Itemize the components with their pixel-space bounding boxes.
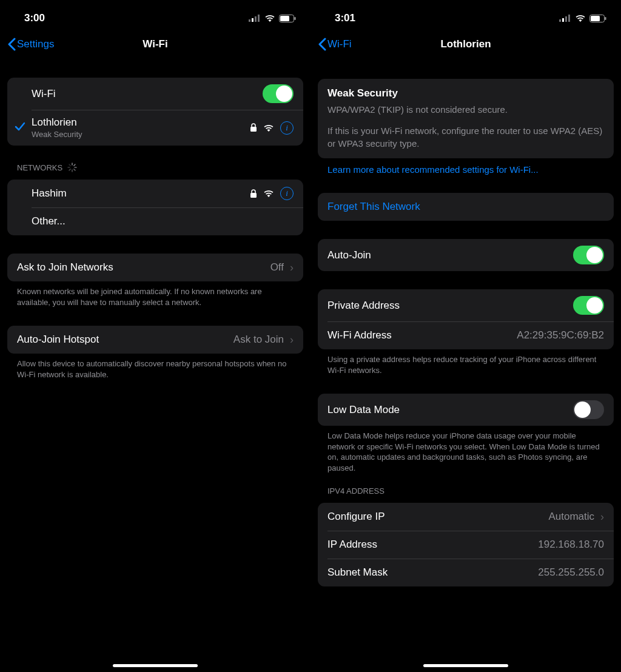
auto-join-hotspot-row[interactable]: Auto-Join Hotspot Ask to Join › bbox=[7, 326, 303, 354]
ipv4-header: IPV4 ADDRESS bbox=[318, 486, 614, 496]
chevron-right-icon: › bbox=[290, 261, 294, 274]
status-bar: 3:01 bbox=[310, 0, 621, 29]
wifi-toggle-row[interactable]: Wi-Fi bbox=[7, 78, 303, 110]
svg-rect-0 bbox=[249, 19, 250, 22]
ask-to-join-value: Off bbox=[270, 261, 284, 274]
svg-rect-23 bbox=[605, 17, 606, 20]
svg-rect-3 bbox=[258, 15, 260, 22]
battery-icon bbox=[279, 15, 296, 22]
wifi-label: Wi-Fi bbox=[32, 88, 263, 100]
status-time: 3:01 bbox=[335, 12, 355, 24]
wifi-address-row: Wi-Fi Address A2:29:35:9C:69:B2 bbox=[318, 321, 614, 349]
wifi-signal-icon bbox=[263, 190, 274, 197]
other-network-row[interactable]: Other... bbox=[7, 207, 303, 235]
wifi-icon bbox=[575, 15, 586, 22]
checkmark-icon bbox=[15, 122, 25, 134]
phone-network-details: 3:01 Wi-Fi Lothlorien Weak Security WPA/… bbox=[310, 0, 621, 672]
svg-rect-2 bbox=[255, 16, 257, 22]
back-button[interactable]: Settings bbox=[7, 38, 54, 51]
svg-rect-16 bbox=[250, 193, 257, 198]
connected-network-row[interactable]: Lothlorien Weak Security i bbox=[7, 110, 303, 146]
auto-join-hotspot-value: Ask to Join bbox=[233, 334, 284, 346]
connected-network-sub: Weak Security bbox=[32, 130, 250, 139]
lock-icon bbox=[250, 189, 257, 198]
wifi-address-value: A2:29:35:9C:69:B2 bbox=[517, 329, 604, 341]
subnet-mask-row: Subnet Mask 255.255.255.0 bbox=[318, 559, 614, 586]
svg-rect-17 bbox=[559, 19, 561, 22]
security-warning-box: Weak Security WPA/WPA2 (TKIP) is not con… bbox=[318, 79, 614, 158]
chevron-left-icon bbox=[318, 38, 326, 51]
configure-ip-row[interactable]: Configure IP Automatic › bbox=[318, 503, 614, 531]
info-icon[interactable]: i bbox=[280, 187, 294, 200]
chevron-right-icon: › bbox=[290, 334, 294, 346]
low-data-mode-footer: Low Data Mode helps reduce your iPhone d… bbox=[318, 426, 614, 473]
nav-title: Lothlorien bbox=[310, 38, 621, 50]
battery-icon bbox=[589, 15, 606, 22]
private-address-row[interactable]: Private Address bbox=[318, 289, 614, 321]
nav-bar: Wi-Fi Lothlorien bbox=[310, 29, 621, 59]
security-warning-title: Weak Security bbox=[327, 87, 604, 99]
svg-rect-7 bbox=[250, 127, 257, 132]
back-label: Settings bbox=[17, 38, 54, 50]
info-icon[interactable]: i bbox=[280, 121, 294, 135]
svg-rect-18 bbox=[562, 18, 564, 22]
home-indicator[interactable] bbox=[113, 664, 198, 667]
svg-rect-19 bbox=[565, 16, 567, 22]
forget-network-button[interactable]: Forget This Network bbox=[318, 193, 614, 221]
svg-rect-20 bbox=[568, 15, 570, 22]
wifi-toggle[interactable] bbox=[263, 84, 294, 103]
cellular-signal-icon bbox=[559, 15, 571, 22]
connected-network-name: Lothlorien bbox=[32, 116, 250, 129]
ask-to-join-row[interactable]: Ask to Join Networks Off › bbox=[7, 254, 303, 281]
auto-join-row[interactable]: Auto-Join bbox=[318, 239, 614, 271]
ask-to-join-footer: Known networks will be joined automatica… bbox=[7, 281, 303, 307]
status-bar: 3:00 bbox=[0, 0, 310, 29]
svg-rect-5 bbox=[280, 16, 289, 21]
configure-ip-value: Automatic bbox=[548, 511, 594, 523]
lock-icon bbox=[250, 123, 257, 132]
svg-line-13 bbox=[69, 169, 70, 170]
nav-bar: Settings Wi-Fi bbox=[0, 29, 310, 59]
status-time: 3:00 bbox=[24, 12, 45, 24]
chevron-right-icon: › bbox=[600, 511, 604, 523]
low-data-mode-toggle[interactable] bbox=[573, 400, 604, 419]
svg-rect-6 bbox=[295, 17, 296, 20]
wifi-signal-icon bbox=[263, 124, 274, 132]
svg-line-9 bbox=[74, 164, 75, 166]
phone-wifi-settings: 3:00 Settings Wi-Fi Wi-Fi bbox=[0, 0, 310, 672]
ip-address-value: 192.168.18.70 bbox=[538, 539, 604, 551]
security-warning-line1: WPA/WPA2 (TKIP) is not considered secure… bbox=[327, 103, 604, 116]
low-data-mode-row[interactable]: Low Data Mode bbox=[318, 394, 614, 426]
network-row-hashim[interactable]: Hashim i bbox=[7, 180, 303, 207]
auto-join-toggle[interactable] bbox=[573, 246, 604, 264]
svg-line-11 bbox=[74, 169, 75, 170]
wifi-icon bbox=[264, 15, 275, 22]
cellular-signal-icon bbox=[249, 15, 261, 22]
auto-join-hotspot-footer: Allow this device to automatically disco… bbox=[7, 354, 303, 380]
networks-header: NETWORKS bbox=[7, 163, 303, 172]
learn-more-link[interactable]: Learn more about recommended settings fo… bbox=[318, 158, 614, 175]
security-warning-line2: If this is your Wi-Fi network, configure… bbox=[327, 124, 604, 150]
ip-address-row: IP Address 192.168.18.70 bbox=[318, 531, 614, 559]
subnet-mask-value: 255.255.255.0 bbox=[538, 566, 604, 579]
back-label: Wi-Fi bbox=[327, 38, 352, 50]
home-indicator[interactable] bbox=[423, 664, 508, 667]
back-button[interactable]: Wi-Fi bbox=[318, 38, 352, 51]
svg-rect-1 bbox=[252, 18, 253, 22]
private-address-toggle[interactable] bbox=[573, 296, 604, 315]
chevron-left-icon bbox=[7, 38, 16, 51]
spinner-icon bbox=[67, 163, 77, 172]
svg-line-15 bbox=[69, 164, 70, 166]
svg-rect-22 bbox=[591, 16, 600, 21]
private-address-footer: Using a private address helps reduce tra… bbox=[318, 349, 614, 375]
